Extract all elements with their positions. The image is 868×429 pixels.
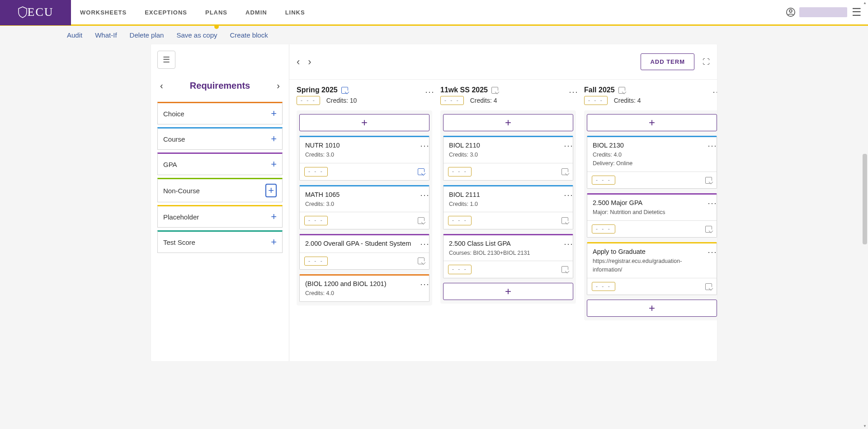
card-menu-icon[interactable] [423, 238, 427, 250]
card-title: BIOL 2110 [449, 142, 567, 149]
course-card[interactable]: 2.500 Major GPAMajor: Nutrition and Diet… [587, 193, 717, 238]
status-box[interactable]: - - - [592, 224, 615, 234]
subnav-delete-plan[interactable]: Delete plan [130, 31, 164, 39]
add-requirement-icon[interactable]: + [271, 133, 277, 145]
add-card-button[interactable]: + [587, 300, 717, 317]
scroll-prev-icon[interactable]: ‹ [297, 56, 300, 68]
subnav-audit[interactable]: Audit [67, 31, 82, 39]
status-box[interactable]: - - - [304, 167, 328, 176]
card-stack: +BIOL 2130Credits: 4.0Delivery: Online- … [584, 110, 717, 320]
add-card-button[interactable]: + [443, 114, 573, 131]
card-menu-icon[interactable] [566, 189, 571, 201]
note-icon[interactable] [491, 87, 498, 94]
status-box[interactable]: - - - [448, 216, 472, 225]
note-icon[interactable] [561, 217, 568, 224]
course-card[interactable]: Apply to Graduatehttps://registrar.ecu.e… [587, 242, 717, 295]
note-icon[interactable] [705, 283, 712, 290]
note-icon[interactable] [418, 168, 425, 175]
status-box[interactable]: - - - [440, 96, 464, 105]
add-card-button[interactable]: + [299, 114, 429, 131]
status-box[interactable]: - - - [448, 167, 472, 176]
sidebar-prev-icon[interactable]: ‹ [157, 79, 166, 93]
requirement-test-score[interactable]: Test Score+ [157, 230, 283, 253]
card-menu-icon[interactable] [710, 246, 715, 258]
note-icon[interactable] [618, 87, 625, 94]
scrollbar-thumb[interactable] [863, 154, 867, 244]
scroll-next-icon[interactable]: › [308, 56, 311, 68]
add-term-button[interactable]: ADD TERM [641, 53, 694, 70]
card-menu-icon[interactable] [423, 278, 427, 290]
card-title: BIOL 2111 [449, 191, 567, 198]
status-box[interactable]: - - - [592, 176, 615, 185]
course-card[interactable]: BIOL 2111Credits: 1.0- - - [443, 185, 573, 229]
status-box[interactable]: - - - [304, 216, 328, 225]
card-menu-icon[interactable] [423, 189, 427, 201]
expand-icon[interactable]: ⛶ [703, 58, 710, 66]
nav-tab-plans[interactable]: PLANS [196, 0, 236, 25]
note-icon[interactable] [418, 257, 425, 264]
course-card[interactable]: MATH 1065Credits: 3.0- - - [299, 185, 429, 229]
card-menu-icon[interactable] [566, 140, 571, 152]
card-subtitle: Credits: 3.0 [449, 151, 567, 159]
sidebar-toggle-icon[interactable]: ☰ [157, 51, 175, 69]
term-title: 11wk SS 2025 [440, 86, 498, 94]
term-menu-icon[interactable] [715, 86, 717, 98]
note-icon[interactable] [561, 168, 568, 175]
requirement-label: Test Score [163, 238, 195, 246]
course-card[interactable]: (BIOL 1200 and BIOL 1201)Credits: 4.0 [299, 274, 429, 302]
note-icon[interactable] [341, 87, 348, 94]
add-requirement-icon[interactable]: + [271, 236, 277, 248]
subnav-what-if[interactable]: What-If [95, 31, 117, 39]
status-box[interactable]: - - - [304, 257, 328, 266]
card-subtitle: Major: Nutrition and Dietetics [593, 208, 711, 217]
course-card[interactable]: BIOL 2110Credits: 3.0- - - [443, 136, 573, 180]
status-box[interactable]: - - - [297, 96, 320, 105]
sidebar-next-icon[interactable]: › [274, 79, 283, 93]
main-nav: WORKSHEETSEXCEPTIONSPLANSADMINLINKS [71, 0, 314, 25]
course-card[interactable]: NUTR 1010Credits: 3.0- - - [299, 136, 429, 180]
note-icon[interactable] [418, 217, 425, 224]
card-title: 2.000 Overall GPA - Student System [305, 240, 424, 247]
card-menu-icon[interactable] [423, 140, 427, 152]
add-requirement-icon[interactable]: + [265, 184, 277, 197]
requirement-course[interactable]: Course+ [157, 127, 283, 150]
card-menu-icon[interactable] [710, 197, 715, 209]
requirement-placeholder[interactable]: Placeholder+ [157, 205, 283, 228]
term-menu-icon[interactable] [428, 86, 432, 98]
add-requirement-icon[interactable]: + [271, 158, 277, 170]
course-card[interactable]: BIOL 2130Credits: 4.0Delivery: Online- -… [587, 136, 717, 189]
scroll-up-icon[interactable]: ▲ [863, 1, 867, 5]
status-box[interactable]: - - - [592, 282, 615, 291]
add-requirement-icon[interactable]: + [271, 108, 277, 119]
requirement-non-course[interactable]: Non-Course+ [157, 178, 283, 202]
subnav-save-as-copy[interactable]: Save as copy [176, 31, 217, 39]
term-credits-row: - - -Credits: 10 [297, 96, 357, 105]
add-card-button[interactable]: + [443, 283, 573, 300]
card-menu-icon[interactable] [566, 238, 571, 250]
app-menu-icon[interactable]: ☰ [852, 6, 862, 19]
add-card-button[interactable]: + [587, 114, 717, 131]
subnav-create-block[interactable]: Create block [230, 31, 268, 39]
sidebar: ☰ ‹ Requirements › Choice+Course+GPA+Non… [151, 44, 289, 361]
course-card[interactable]: 2.500 Class List GPACourses: BIOL 2130+B… [443, 234, 573, 278]
nav-tab-exceptions[interactable]: EXCEPTIONS [136, 0, 196, 25]
top-header: ECU WORKSHEETSEXCEPTIONSPLANSADMINLINKS … [0, 0, 868, 26]
status-box[interactable]: - - - [448, 265, 472, 274]
note-icon[interactable] [705, 226, 712, 233]
nav-tab-admin[interactable]: ADMIN [236, 0, 276, 25]
card-menu-icon[interactable] [710, 140, 715, 152]
term-menu-icon[interactable] [571, 86, 576, 98]
note-icon[interactable] [705, 177, 712, 184]
add-requirement-icon[interactable]: + [271, 211, 277, 223]
card-title: 2.500 Class List GPA [449, 240, 567, 247]
nav-tab-links[interactable]: LINKS [276, 0, 314, 25]
requirement-choice[interactable]: Choice+ [157, 102, 283, 124]
requirement-label: GPA [163, 161, 177, 168]
card-stack: +BIOL 2110Credits: 3.0- - -BIOL 2111Cred… [440, 110, 576, 303]
requirement-gpa[interactable]: GPA+ [157, 153, 283, 175]
note-icon[interactable] [561, 266, 568, 273]
course-card[interactable]: 2.000 Overall GPA - Student System- - - [299, 234, 429, 270]
nav-tab-worksheets[interactable]: WORKSHEETS [71, 0, 136, 25]
status-box[interactable]: - - - [584, 96, 608, 105]
user-chip[interactable] [786, 7, 847, 17]
